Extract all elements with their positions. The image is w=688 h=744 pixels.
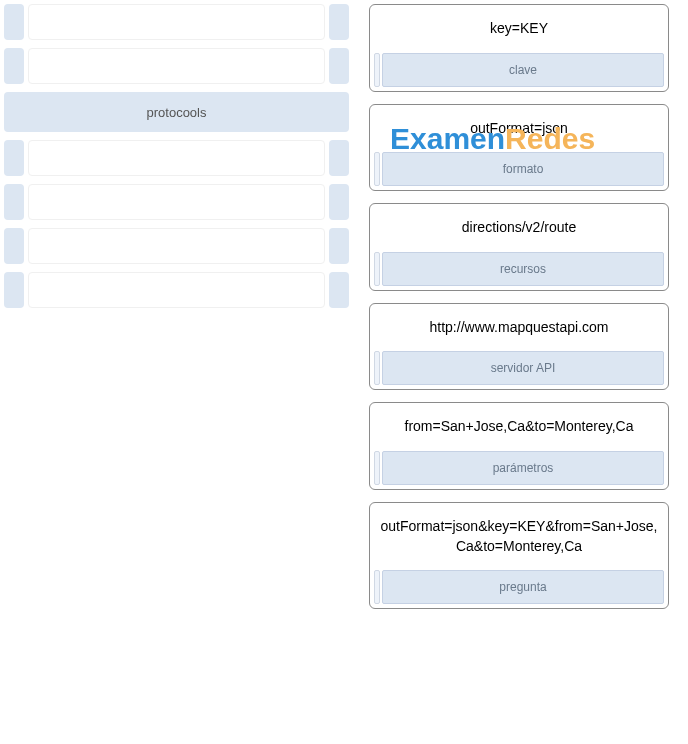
- card-label: formato: [382, 152, 664, 186]
- drop-slot-labeled[interactable]: protocools: [4, 92, 349, 132]
- drop-slot[interactable]: [4, 48, 349, 84]
- card-handle: [374, 252, 380, 286]
- card-label: parámetros: [382, 451, 664, 485]
- slot-label: protocools: [147, 105, 207, 120]
- slot-handle: [329, 184, 349, 220]
- card-value: outFormat=json&key=KEY&from=San+Jose,Ca&…: [374, 507, 664, 570]
- answer-card[interactable]: outFormat=json formato: [369, 104, 669, 192]
- card-handle: [374, 451, 380, 485]
- slot-body[interactable]: [28, 140, 325, 176]
- slot-handle: [4, 4, 24, 40]
- slot-body[interactable]: [28, 184, 325, 220]
- drop-slot[interactable]: [4, 140, 349, 176]
- answer-card[interactable]: from=San+Jose,Ca&to=Monterey,Ca parámetr…: [369, 402, 669, 490]
- answer-card[interactable]: http://www.mapquestapi.com servidor API: [369, 303, 669, 391]
- card-label: pregunta: [382, 570, 664, 604]
- drop-slot[interactable]: [4, 4, 349, 40]
- card-value: outFormat=json: [374, 109, 664, 153]
- answer-card-column: key=KEY clave outFormat=json formato dir…: [369, 4, 669, 740]
- slot-body[interactable]: [28, 48, 325, 84]
- card-handle: [374, 570, 380, 604]
- slot-handle: [329, 272, 349, 308]
- card-value: from=San+Jose,Ca&to=Monterey,Ca: [374, 407, 664, 451]
- slot-body[interactable]: [28, 228, 325, 264]
- answer-card[interactable]: directions/v2/route recursos: [369, 203, 669, 291]
- card-handle: [374, 152, 380, 186]
- slot-body[interactable]: [28, 4, 325, 40]
- slot-handle: [329, 4, 349, 40]
- card-handle: [374, 351, 380, 385]
- slot-handle: [4, 140, 24, 176]
- slot-handle: [4, 184, 24, 220]
- slot-handle: [4, 48, 24, 84]
- answer-card[interactable]: outFormat=json&key=KEY&from=San+Jose,Ca&…: [369, 502, 669, 609]
- answer-card[interactable]: key=KEY clave: [369, 4, 669, 92]
- card-label: recursos: [382, 252, 664, 286]
- card-value: http://www.mapquestapi.com: [374, 308, 664, 352]
- slot-handle: [329, 228, 349, 264]
- slot-handle: [4, 272, 24, 308]
- card-label: clave: [382, 53, 664, 87]
- slot-body[interactable]: [28, 272, 325, 308]
- card-label: servidor API: [382, 351, 664, 385]
- drop-slot[interactable]: [4, 184, 349, 220]
- drop-slot[interactable]: [4, 228, 349, 264]
- card-value: key=KEY: [374, 9, 664, 53]
- slot-handle: [329, 48, 349, 84]
- drop-slot[interactable]: [4, 272, 349, 308]
- slot-handle: [4, 228, 24, 264]
- slot-handle: [329, 140, 349, 176]
- card-value: directions/v2/route: [374, 208, 664, 252]
- card-handle: [374, 53, 380, 87]
- drop-target-column: protocools: [4, 4, 349, 740]
